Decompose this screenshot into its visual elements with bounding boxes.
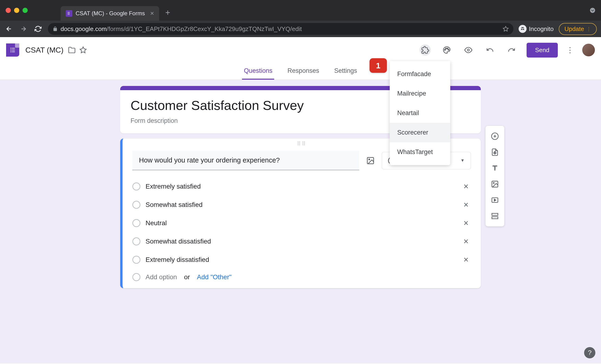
- option-label[interactable]: Extremely satisfied: [146, 183, 456, 190]
- incognito-icon: [519, 25, 527, 33]
- window-close[interactable]: [6, 8, 11, 13]
- question-input[interactable]: How would you rate your ordering experie…: [132, 151, 359, 170]
- update-button[interactable]: Update ⋮: [559, 23, 597, 35]
- window-controls: [6, 8, 28, 13]
- preview-icon[interactable]: [463, 44, 474, 56]
- chevron-down-icon[interactable]: [588, 6, 597, 15]
- option-radio-icon: [132, 219, 140, 227]
- remove-option-icon[interactable]: ×: [461, 218, 471, 228]
- addons-button[interactable]: [420, 44, 431, 56]
- option-row: Neutral ×: [132, 214, 471, 232]
- svg-marker-4: [503, 26, 508, 31]
- add-video-icon[interactable]: [488, 193, 502, 207]
- forward-button[interactable]: [19, 24, 28, 34]
- import-questions-icon[interactable]: [488, 145, 502, 159]
- svg-rect-1: [68, 13, 70, 14]
- options-list: Extremely satisfied × Somewhat satisfied…: [122, 173, 481, 288]
- remove-option-icon[interactable]: ×: [461, 182, 471, 192]
- remove-option-icon[interactable]: ×: [461, 200, 471, 210]
- add-option-text[interactable]: Add option: [146, 273, 177, 281]
- option-radio-icon: [132, 201, 140, 209]
- window-minimize[interactable]: [14, 8, 19, 13]
- question-text: How would you rate your ordering experie…: [139, 156, 353, 164]
- doc-name[interactable]: CSAT (MC): [25, 46, 63, 54]
- lock-icon: [53, 26, 58, 31]
- forms-logo-icon[interactable]: [6, 43, 19, 57]
- addon-item-whatstarget[interactable]: WhatsTarget: [390, 142, 450, 162]
- back-button[interactable]: [4, 24, 14, 34]
- remove-option-icon[interactable]: ×: [461, 236, 471, 246]
- tab-questions[interactable]: Questions: [242, 63, 274, 80]
- option-label[interactable]: Neutral: [146, 219, 456, 227]
- browser-titlebar: CSAT (MC) - Google Forms × +: [0, 0, 601, 21]
- tab-responses[interactable]: Responses: [285, 63, 321, 80]
- option-label[interactable]: Extremely dissatisfied: [146, 256, 456, 263]
- add-other-link[interactable]: Add "Other": [197, 273, 232, 281]
- option-radio-icon: [132, 182, 140, 191]
- addon-item-mailrecipe[interactable]: Mailrecipe: [390, 84, 450, 103]
- send-button[interactable]: Send: [527, 43, 558, 58]
- address-bar[interactable]: docs.google.com/forms/d/1YC_EAPt7KHDGpZr…: [48, 23, 513, 35]
- help-button[interactable]: ?: [584, 347, 595, 358]
- svg-point-25: [493, 182, 494, 183]
- undo-icon[interactable]: [484, 44, 496, 56]
- svg-rect-29: [492, 217, 498, 219]
- svg-rect-10: [12, 50, 15, 50]
- option-radio-icon: [132, 237, 140, 245]
- svg-rect-8: [12, 48, 15, 48]
- add-image-icon[interactable]: [365, 155, 376, 166]
- option-row: Somewhat dissatisfied ×: [132, 232, 471, 251]
- option-radio-icon: [132, 256, 140, 264]
- tab-close-icon[interactable]: ×: [150, 10, 154, 17]
- option-row: Somewhat satisfied ×: [132, 196, 471, 214]
- svg-rect-2: [68, 14, 70, 15]
- app-header: CSAT (MC) Send ⋮: [0, 37, 601, 63]
- option-row: Extremely satisfied ×: [132, 177, 471, 196]
- addon-item-neartail[interactable]: Neartail: [390, 103, 450, 123]
- option-label[interactable]: Somewhat satisfied: [146, 201, 456, 209]
- svg-rect-12: [12, 51, 15, 52]
- bookmark-star-icon[interactable]: [503, 26, 509, 32]
- svg-point-18: [467, 49, 470, 51]
- svg-marker-27: [494, 199, 496, 201]
- remove-option-icon[interactable]: ×: [461, 255, 471, 265]
- add-image-icon[interactable]: [488, 177, 502, 191]
- tab-favicon-icon: [66, 10, 72, 17]
- svg-point-16: [447, 48, 448, 49]
- new-tab-button[interactable]: +: [165, 8, 170, 18]
- redo-icon[interactable]: [506, 44, 517, 56]
- star-icon[interactable]: [78, 45, 88, 55]
- user-avatar[interactable]: [582, 44, 595, 56]
- svg-marker-13: [80, 47, 86, 53]
- add-option-row: Add option or Add "Other": [132, 269, 471, 285]
- add-section-icon[interactable]: [488, 209, 502, 223]
- svg-rect-0: [68, 12, 70, 13]
- incognito-label: Incognito: [529, 25, 554, 33]
- folder-icon[interactable]: [67, 45, 77, 55]
- annotation-badge: 1: [370, 58, 387, 73]
- more-menu-icon[interactable]: ⋮: [566, 46, 574, 54]
- addons-dropdown: Formfacade Mailrecipe Neartail Scorecere…: [390, 61, 450, 165]
- svg-point-6: [523, 29, 524, 30]
- add-title-icon[interactable]: [488, 161, 502, 175]
- floating-toolbar: [485, 126, 504, 226]
- window-maximize[interactable]: [22, 8, 28, 13]
- svg-point-5: [521, 29, 522, 30]
- addon-item-formfacade[interactable]: Formfacade: [390, 64, 450, 84]
- tab-settings[interactable]: Settings: [332, 63, 359, 80]
- option-radio-icon: [132, 273, 140, 281]
- add-question-icon[interactable]: [488, 129, 502, 143]
- addon-item-scorecerer[interactable]: Scorecerer: [390, 123, 450, 142]
- browser-toolbar: docs.google.com/forms/d/1YC_EAPt7KHDGpZr…: [0, 21, 601, 37]
- or-text: or: [184, 273, 190, 281]
- dropdown-arrow-icon: ▼: [460, 158, 465, 163]
- tab-title: CSAT (MC) - Google Forms: [76, 10, 147, 17]
- svg-point-14: [444, 49, 445, 50]
- reload-button[interactable]: [33, 24, 43, 34]
- svg-point-17: [448, 49, 449, 50]
- svg-rect-11: [10, 51, 11, 52]
- palette-icon[interactable]: [441, 44, 452, 56]
- option-label[interactable]: Somewhat dissatisfied: [146, 238, 456, 245]
- option-row: Extremely dissatisfied ×: [132, 251, 471, 269]
- browser-tab[interactable]: CSAT (MC) - Google Forms ×: [60, 6, 159, 21]
